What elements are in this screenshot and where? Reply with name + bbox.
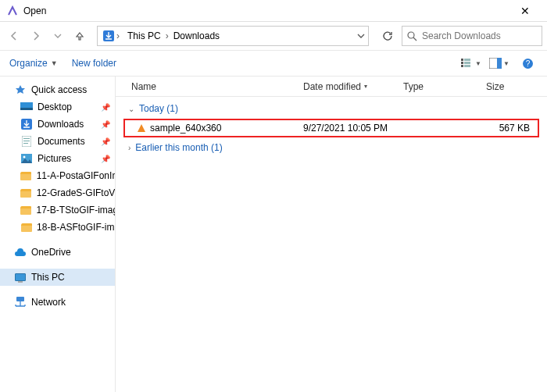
folder-icon — [20, 222, 32, 233]
folder-icon — [20, 170, 32, 181]
desktop-icon — [20, 102, 33, 112]
svg-rect-21 — [16, 297, 24, 301]
sidebar-folder-3[interactable]: 17-B-TStoGIF-image — [0, 201, 115, 219]
star-icon — [14, 84, 27, 95]
sidebar-label: 12-GradeS-GIFtoVid — [37, 187, 115, 198]
svg-rect-4 — [461, 62, 463, 64]
pin-icon: 📌 — [101, 120, 110, 129]
column-size[interactable]: Size — [478, 77, 547, 96]
column-type[interactable]: Type — [395, 77, 478, 96]
svg-rect-17 — [23, 141, 30, 141]
forward-button[interactable] — [27, 27, 45, 45]
organize-label: Organize — [9, 58, 48, 69]
recent-dropdown[interactable] — [48, 27, 67, 45]
chevron-down-icon: ▼ — [475, 60, 481, 67]
search-box[interactable] — [402, 26, 542, 46]
folder-icon — [20, 205, 31, 216]
refresh-button[interactable] — [377, 26, 399, 46]
sidebar-folder-2[interactable]: 12-GradeS-GIFtoVid — [0, 184, 115, 201]
cloud-icon — [14, 247, 27, 258]
sidebar-pictures[interactable]: Pictures 📌 — [0, 150, 115, 167]
folder-icon — [20, 187, 32, 198]
svg-rect-3 — [464, 59, 470, 61]
sidebar-desktop[interactable]: Desktop 📌 — [0, 98, 115, 116]
svg-rect-2 — [461, 59, 463, 61]
chevron-down-icon: ⌄ — [128, 105, 134, 113]
svg-rect-16 — [23, 138, 30, 139]
search-input[interactable] — [422, 30, 537, 41]
svg-rect-5 — [464, 62, 470, 64]
help-button[interactable]: ? — [517, 55, 538, 72]
svg-rect-18 — [23, 143, 28, 144]
sidebar-label: 11-A-PostaGIFonIns — [37, 170, 115, 181]
nav-bar: › This PC › Downloads — [0, 22, 547, 50]
sidebar-onedrive[interactable]: OneDrive — [0, 244, 115, 261]
sidebar-documents[interactable]: Documents 📌 — [0, 133, 115, 150]
svg-rect-7 — [464, 65, 470, 67]
group-label: Earlier this month (1) — [135, 142, 222, 153]
file-name: sample_640x360 — [150, 123, 221, 134]
close-button[interactable]: ✕ — [509, 0, 541, 22]
network-icon — [14, 297, 27, 308]
app-icon — [6, 5, 19, 17]
pin-icon: 📌 — [101, 155, 110, 163]
organize-button[interactable]: Organize ▼ — [9, 58, 58, 69]
column-headers: Name Date modified▾ Type Size — [116, 77, 547, 97]
pc-icon — [14, 272, 27, 283]
sidebar-folder-4[interactable]: 18-B-ASFtoGIF-ima — [0, 219, 115, 236]
address-bar[interactable]: › This PC › Downloads — [97, 26, 369, 46]
sidebar-label: OneDrive — [31, 247, 71, 258]
downloads-icon — [20, 119, 33, 130]
pin-icon: 📌 — [101, 103, 110, 112]
up-button[interactable] — [70, 27, 89, 45]
window-title: Open — [23, 5, 509, 16]
preview-pane-button[interactable]: ▼ — [489, 55, 509, 72]
view-options-button[interactable]: ▼ — [461, 55, 481, 72]
column-date[interactable]: Date modified▾ — [295, 77, 395, 96]
pin-icon: 📌 — [101, 137, 110, 146]
sidebar-label: Documents — [38, 136, 85, 147]
address-dropdown[interactable] — [357, 32, 365, 40]
documents-icon — [20, 136, 33, 147]
chevron-down-icon: ▾ — [364, 83, 367, 90]
sidebar-folder-1[interactable]: 11-A-PostaGIFonIns — [0, 167, 115, 184]
sidebar-quick-access[interactable]: Quick access — [0, 81, 115, 98]
sidebar-label: Quick access — [31, 84, 87, 95]
new-folder-label: New folder — [72, 58, 116, 69]
title-bar: Open ✕ — [0, 0, 547, 22]
svg-rect-9 — [497, 58, 502, 69]
chevron-right-icon: › — [128, 144, 130, 152]
breadcrumb-thispc[interactable]: This PC — [123, 30, 166, 41]
sidebar-label: 18-B-ASFtoGIF-ima — [37, 222, 115, 233]
new-folder-button[interactable]: New folder — [72, 58, 116, 69]
group-label: Today (1) — [139, 103, 178, 114]
file-size: 567 KB — [478, 123, 538, 134]
sidebar-network[interactable]: Network — [0, 294, 115, 311]
svg-rect-6 — [461, 65, 463, 67]
sidebar-label: Pictures — [38, 153, 71, 164]
svg-point-20 — [23, 156, 26, 159]
svg-text:?: ? — [525, 59, 530, 68]
search-icon — [407, 31, 417, 41]
group-earlier[interactable]: › Earlier this month (1) — [120, 139, 542, 156]
file-row[interactable]: sample_640x360 9/27/2021 10:05 PM 567 KB — [123, 119, 539, 137]
vlc-icon — [138, 124, 145, 132]
downloads-icon — [102, 30, 115, 42]
breadcrumb-downloads[interactable]: Downloads — [169, 30, 224, 41]
svg-point-1 — [408, 32, 414, 38]
column-name[interactable]: Name — [116, 77, 295, 96]
breadcrumb-root[interactable]: › — [99, 30, 123, 42]
chevron-right-icon: › — [116, 30, 120, 41]
group-today[interactable]: ⌄ Today (1) — [120, 100, 542, 117]
sidebar-label: Downloads — [38, 119, 84, 130]
sidebar-downloads[interactable]: Downloads 📌 — [0, 116, 115, 133]
sidebar: Quick access Desktop 📌 Downloads 📌 Docum… — [0, 77, 116, 392]
sidebar-this-pc[interactable]: This PC — [0, 269, 115, 286]
file-list-area: Name Date modified▾ Type Size ⌄ Today (1… — [116, 77, 547, 392]
sidebar-label: This PC — [31, 272, 65, 283]
sidebar-label: Network — [31, 297, 66, 308]
toolbar: Organize ▼ New folder ▼ ▼ ? — [0, 50, 547, 77]
back-button[interactable] — [5, 27, 23, 45]
sidebar-label: 17-B-TStoGIF-image — [36, 205, 115, 216]
chevron-down-icon: ▼ — [51, 59, 58, 67]
